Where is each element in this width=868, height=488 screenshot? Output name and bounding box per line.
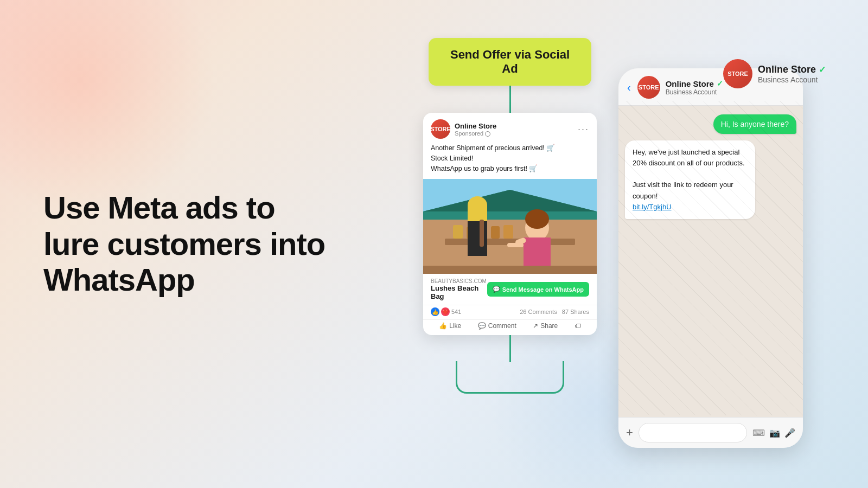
share-icon: ↗ — [533, 322, 538, 330]
wa-received-text: Hey, we've just launched a special 20% d… — [633, 148, 745, 211]
heading-line2: lure customers into — [43, 226, 325, 261]
wa-received-bubble: Hey, we've just launched a special 20% d… — [625, 140, 755, 219]
fb-page-name: Online Store — [455, 122, 496, 130]
fb-whatsapp-btn-label: Send Message on WhatsApp — [502, 286, 584, 293]
wa-keyboard-icon[interactable]: ⌨ — [752, 428, 765, 438]
bottom-connector-curve — [456, 361, 564, 394]
online-store-text-top: Online Store ✓ Business Account — [758, 64, 826, 84]
fb-shares: 87 Shares — [562, 309, 589, 315]
verified-check-top: ✓ — [819, 65, 826, 75]
fb-ad-profile: STORE Online Store Sponsored — [431, 119, 496, 139]
wa-camera-icon[interactable]: 📷 — [769, 428, 780, 438]
wa-input-icons: ⌨ 📷 🎤 — [752, 428, 795, 438]
send-offer-label: Send Offer via Social Ad — [450, 48, 570, 75]
fb-product-name: Lushes Beach Bag — [431, 284, 487, 300]
fb-sponsored-text: Sponsored — [455, 130, 483, 137]
like-thumb-icon: 👍 — [439, 322, 447, 330]
wa-back-button[interactable]: ‹ — [627, 81, 631, 94]
fb-product-info: BEAUTYBASICS.COM Lushes Beach Bag — [431, 278, 487, 300]
online-store-name-label: Online Store — [758, 64, 816, 75]
wa-contact-subtitle: Business Account — [666, 88, 794, 96]
heading-line1: Use Meta ads to — [43, 190, 275, 225]
wa-contact-avatar: STORE — [637, 76, 660, 99]
fb-whatsapp-button[interactable]: 💬 Send Message on WhatsApp — [487, 282, 589, 297]
facebook-ad-card: STORE Online Store Sponsored ··· Another… — [423, 113, 597, 335]
fb-ad-text-line3: WhatsApp us to grab yours first! 🛒 — [431, 164, 589, 174]
fb-ad-image — [423, 179, 597, 274]
like-reaction: 👍 — [431, 307, 439, 316]
wa-mic-icon[interactable]: 🎤 — [784, 428, 795, 438]
wa-sent-text: Hi, Is anyone there? — [721, 120, 789, 129]
fb-comment-label: Comment — [488, 322, 516, 330]
send-offer-button[interactable]: Send Offer via Social Ad — [429, 38, 591, 86]
wa-chat-area: Hi, Is anyone there? Hey, we've just lau… — [618, 106, 803, 417]
whatsapp-icon: 💬 — [493, 286, 500, 293]
fb-tag-action[interactable]: 🏷 — [575, 322, 581, 330]
svg-rect-9 — [503, 225, 513, 239]
fb-page-info: Online Store Sponsored — [455, 122, 496, 137]
bg-decoration-pink — [0, 0, 217, 217]
svg-rect-13 — [468, 205, 487, 221]
tag-icon: 🏷 — [575, 322, 581, 330]
verified-icon: ✓ — [717, 79, 723, 88]
main-heading: Use Meta ads to lure customers into What… — [43, 190, 342, 298]
online-store-subtitle-top: Business Account — [758, 75, 826, 84]
wa-plus-button[interactable]: + — [626, 426, 633, 440]
fb-ad-text: Another Shipment of precious arrived! 🛒 … — [423, 143, 597, 179]
svg-rect-5 — [453, 225, 463, 239]
fb-reactions: 👍 ❤️ 541 26 Comments 87 Shares — [423, 305, 597, 319]
whatsapp-column: ‹ STORE Online Store ✓ Business Account … — [608, 38, 814, 448]
fb-comments-shares: 26 Comments 87 Shares — [520, 309, 589, 315]
fb-more-options[interactable]: ··· — [578, 124, 589, 135]
svg-rect-21 — [507, 243, 524, 247]
wa-text-input[interactable] — [639, 423, 747, 442]
comment-icon: 💬 — [478, 322, 486, 330]
online-store-avatar-top: STORE — [723, 59, 752, 88]
whatsapp-phone: ‹ STORE Online Store ✓ Business Account … — [618, 68, 803, 448]
svg-point-19 — [525, 209, 549, 229]
fb-sponsored: Sponsored — [455, 130, 496, 137]
fb-like-label: Like — [449, 322, 461, 330]
fb-reaction-icons: 👍 ❤️ 541 — [431, 307, 461, 316]
wa-sent-bubble: Hi, Is anyone there? — [713, 114, 796, 134]
fb-action-bar: 👍 Like 💬 Comment ↗ Share 🏷 — [423, 319, 597, 335]
fb-ad-text-line2: Stock Limited! — [431, 153, 589, 164]
wa-coupon-link[interactable]: bit.ly/TgkjhU — [633, 203, 672, 211]
left-section: Use Meta ads to lure customers into What… — [43, 190, 342, 298]
heart-reaction: ❤️ — [441, 307, 450, 316]
fb-share-action[interactable]: ↗ Share — [533, 322, 558, 330]
market-scene-svg — [423, 179, 597, 274]
wa-contact-name-text: Online Store — [666, 79, 714, 88]
svg-rect-11 — [468, 218, 487, 256]
fb-likes-count: 541 — [451, 309, 461, 315]
fb-comment-action[interactable]: 💬 Comment — [478, 322, 516, 330]
fb-share-label: Share — [540, 322, 558, 330]
fb-website: BEAUTYBASICS.COM — [431, 278, 487, 284]
right-section: Send Offer via Social Ad STORE Online St… — [380, 27, 846, 461]
fb-ad-text-line1: Another Shipment of precious arrived! 🛒 — [431, 143, 589, 153]
svg-rect-22 — [423, 266, 597, 274]
ad-column: Send Offer via Social Ad STORE Online St… — [412, 38, 608, 394]
fb-ad-bottom: BEAUTYBASICS.COM Lushes Beach Bag 💬 Send… — [423, 274, 597, 305]
fb-comments: 26 Comments — [520, 309, 557, 315]
fb-page-avatar: STORE — [431, 119, 450, 139]
svg-rect-8 — [491, 226, 500, 239]
fb-ad-header: STORE Online Store Sponsored ··· — [423, 113, 597, 143]
svg-rect-14 — [480, 220, 484, 247]
online-store-name-top: Online Store ✓ — [758, 64, 826, 75]
fb-like-action[interactable]: 👍 Like — [439, 322, 461, 330]
globe-icon — [485, 131, 490, 137]
online-store-top-label: STORE Online Store ✓ Business Account — [723, 59, 826, 88]
connector-line-bottom — [509, 335, 511, 362]
connector-line-top — [509, 86, 511, 113]
heading-line3: WhatsApp — [43, 262, 195, 297]
wa-input-bar: + ⌨ 📷 🎤 — [618, 417, 803, 448]
